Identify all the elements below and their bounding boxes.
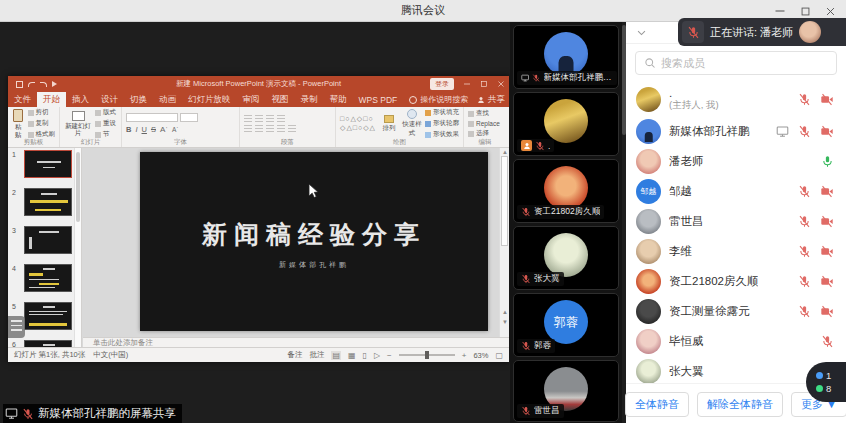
mic-muted-icon[interactable] [798, 245, 811, 258]
participant-row[interactable]: 新媒体部孔祥鹏 [626, 116, 846, 146]
tab-design[interactable]: 设计 [95, 92, 124, 107]
tab-slideshow[interactable]: 幻灯片放映 [182, 92, 237, 107]
camera-off-icon[interactable] [820, 125, 834, 138]
thumbnail-scrollbar[interactable] [74, 148, 81, 347]
participant-row[interactable]: 雷世昌 [626, 206, 846, 236]
camera-off-icon[interactable] [820, 275, 834, 288]
slide-thumbnail[interactable] [24, 226, 72, 254]
shrink-font-button[interactable]: Aˋ [172, 126, 179, 133]
participant-row[interactable]: 毕恒威 [626, 326, 846, 356]
slide-thumbnail[interactable] [24, 302, 72, 330]
video-tile[interactable]: 新媒体部孔祥鹏的屏... [513, 25, 619, 89]
network-stats-bubble[interactable]: 1 8 [806, 362, 846, 402]
minimize-button[interactable] [774, 5, 786, 17]
font-size-combobox[interactable] [180, 113, 198, 122]
normal-view-icon[interactable]: ▤ [331, 351, 341, 360]
new-slide-button[interactable]: 新建幻灯片 [64, 109, 92, 138]
reading-view-icon[interactable]: ▯ [363, 351, 367, 360]
mic-muted-icon[interactable] [798, 185, 811, 198]
mic-muted-icon[interactable] [798, 305, 811, 318]
ppt-minimize-button[interactable] [463, 80, 471, 88]
search-box[interactable] [635, 51, 837, 75]
select-button[interactable]: 选择 [468, 129, 500, 138]
tab-record[interactable]: 录制 [295, 92, 324, 107]
mic-active-icon[interactable] [821, 155, 834, 168]
slide-thumbnail[interactable] [24, 150, 72, 178]
unmute-all-button[interactable]: 解除全体静音 [697, 392, 783, 417]
camera-off-icon[interactable] [820, 93, 834, 106]
arrange-button[interactable]: 排列 [379, 109, 399, 138]
shapes-gallery[interactable]: □○△◇□○ ◇△□○◇△ [340, 109, 376, 138]
slide-sorter-icon[interactable]: ▦ [348, 351, 356, 360]
participant-row[interactable]: 资工测量徐露元 [626, 296, 846, 326]
slide-thumbnail[interactable] [24, 188, 72, 216]
indent-icon[interactable] [266, 115, 274, 122]
zoom-level[interactable]: 63% [473, 351, 488, 360]
find-button[interactable]: 查找 [468, 109, 500, 118]
tab-insert[interactable]: 插入 [66, 92, 95, 107]
tab-transitions[interactable]: 切换 [124, 92, 153, 107]
line-spacing-icon[interactable] [277, 115, 285, 122]
participant-row[interactable]: 资工21802房久顺 [626, 266, 846, 296]
chevron-down-icon[interactable] [636, 27, 647, 38]
copy-button[interactable]: 复制 [28, 119, 56, 128]
camera-off-icon[interactable] [820, 305, 834, 318]
zoom-slider[interactable] [399, 354, 455, 356]
shape-fill-button[interactable]: 形状填充 [425, 108, 459, 117]
maximize-button[interactable] [800, 6, 811, 17]
mic-muted-icon[interactable] [798, 125, 811, 138]
ppt-share-button[interactable]: 共享 [477, 92, 505, 107]
language-indicator[interactable]: 中文(中国) [93, 350, 128, 360]
slide-thumbnail-panel[interactable]: 1 2 3 4 [8, 148, 82, 347]
editor-scrollbar[interactable]: ▲ ▲ ▼ [499, 148, 509, 337]
cut-button[interactable]: 剪切 [28, 108, 56, 117]
mute-all-button[interactable]: 全体静音 [625, 392, 689, 417]
ppt-restore-button[interactable] [480, 80, 488, 88]
close-button[interactable] [825, 6, 836, 17]
strikethrough-button[interactable]: S [151, 125, 156, 134]
fit-to-window-icon[interactable]: ▢ [495, 351, 503, 360]
justify-icon[interactable] [277, 125, 285, 132]
bold-button[interactable]: B [126, 125, 131, 134]
mic-muted-icon[interactable] [798, 275, 811, 288]
ppt-login-button[interactable]: 登录 [430, 78, 454, 90]
participant-row[interactable]: 李维 [626, 236, 846, 266]
video-tile[interactable]: 张大翼 [513, 226, 619, 290]
columns-icon[interactable] [288, 125, 296, 132]
shape-outline-button[interactable]: 形状轮廓 [425, 119, 459, 128]
bullets-icon[interactable] [244, 115, 252, 122]
tab-review[interactable]: 审阅 [237, 92, 266, 107]
previous-slide-icon[interactable]: ▲ [500, 308, 509, 317]
reset-button[interactable]: 重设 [95, 119, 116, 128]
zoom-in-icon[interactable]: + [462, 351, 467, 360]
align-center-icon[interactable] [255, 125, 263, 132]
camera-off-icon[interactable] [820, 215, 834, 228]
slide-thumbnail[interactable] [24, 340, 72, 347]
underline-button[interactable]: U [142, 125, 147, 134]
search-input[interactable] [661, 57, 821, 69]
video-tile[interactable]: . [513, 92, 619, 156]
tab-file[interactable]: 文件 [8, 92, 37, 107]
slideshow-view-icon[interactable]: ▷ [374, 351, 380, 360]
notes-toggle[interactable]: 备注 [287, 350, 302, 360]
numbering-icon[interactable] [255, 115, 263, 122]
italic-button[interactable]: I [135, 125, 137, 134]
layout-button[interactable]: 版式 [95, 108, 116, 117]
mic-muted-icon[interactable] [798, 93, 811, 106]
ppt-close-button[interactable] [497, 80, 505, 88]
slide-thumbnail[interactable] [24, 264, 72, 292]
zoom-out-icon[interactable]: − [387, 351, 392, 360]
paste-button[interactable]: 粘贴 [12, 109, 25, 138]
comments-toggle[interactable]: 批注 [309, 350, 324, 360]
mic-muted-icon[interactable] [821, 335, 834, 348]
grow-font-button[interactable]: Aˈ [160, 125, 168, 134]
camera-off-icon[interactable] [820, 185, 834, 198]
tell-me-search[interactable]: 操作说明搜索 [403, 92, 474, 107]
participant-row[interactable]: . (主持人, 我) [626, 82, 846, 116]
align-right-icon[interactable] [266, 125, 274, 132]
participant-row[interactable]: 邹越 邹越 [626, 176, 846, 206]
tab-home[interactable]: 开始 [37, 92, 66, 107]
quick-styles-button[interactable]: 快速样式 [402, 109, 422, 138]
video-tile[interactable]: 郭蓉 郭蓉 [513, 293, 619, 357]
tab-view[interactable]: 视图 [266, 92, 295, 107]
